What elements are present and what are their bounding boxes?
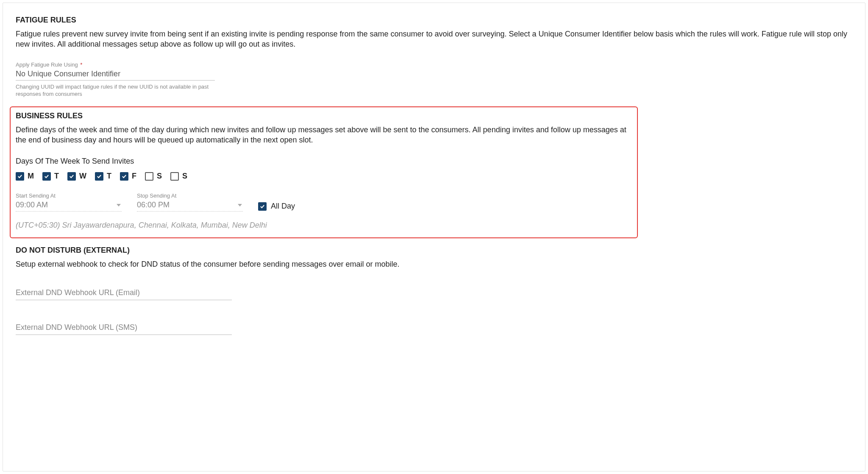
chevron-down-icon (238, 204, 242, 206)
dnd-section: DO NOT DISTURB (EXTERNAL) Setup external… (16, 246, 852, 335)
fatigue-rules-section: FATIGUE RULES Fatigue rules prevent new … (16, 16, 852, 98)
business-rules-highlight: BUSINESS RULES Define days of the week a… (10, 106, 638, 239)
day-wednesday-checkbox[interactable] (67, 172, 76, 181)
start-sending-value: 09:00 AM (16, 201, 48, 209)
day-sunday: S (170, 172, 187, 181)
all-day-checkbox[interactable] (258, 202, 267, 211)
all-day-toggle: All Day (258, 202, 295, 211)
all-day-label: All Day (271, 202, 295, 211)
day-tuesday-checkbox[interactable] (42, 172, 51, 181)
stop-sending-select[interactable]: 06:00 PM (137, 200, 243, 212)
day-thursday: T (95, 172, 111, 181)
business-rules-title: BUSINESS RULES (16, 112, 632, 120)
stop-sending-value: 06:00 PM (137, 201, 170, 209)
day-friday-label: F (132, 172, 136, 181)
day-saturday: S (145, 172, 162, 181)
dnd-email-input[interactable] (16, 287, 232, 300)
day-saturday-label: S (157, 172, 162, 181)
day-tuesday: T (42, 172, 59, 181)
time-row: Start Sending At 09:00 AM Stop Sending A… (16, 192, 632, 212)
day-tuesday-label: T (54, 172, 59, 181)
day-monday-checkbox[interactable] (16, 172, 24, 181)
business-rules-section: BUSINESS RULES Define days of the week a… (16, 112, 632, 230)
timezone-text: (UTC+05:30) Sri Jayawardenapura, Chennai… (16, 221, 632, 230)
dnd-sms-input[interactable] (16, 321, 232, 335)
chevron-down-icon (117, 204, 121, 206)
start-sending-label: Start Sending At (16, 192, 122, 199)
dnd-desc: Setup external webhook to check for DND … (16, 259, 852, 269)
start-sending-select[interactable]: 09:00 AM (16, 200, 122, 212)
stop-sending-label: Stop Sending At (137, 192, 243, 199)
days-of-week-label: Days Of The Week To Send Invites (16, 157, 632, 166)
business-rules-desc: Define days of the week and time of the … (16, 125, 632, 145)
start-sending-field: Start Sending At 09:00 AM (16, 192, 122, 212)
day-wednesday: W (67, 172, 86, 181)
dnd-title: DO NOT DISTURB (EXTERNAL) (16, 246, 852, 255)
apply-fatigue-label: Apply Fatigue Rule Using * (16, 61, 852, 68)
day-wednesday-label: W (79, 172, 86, 181)
day-monday-label: M (28, 172, 34, 181)
day-thursday-label: T (107, 172, 111, 181)
apply-fatigue-input[interactable] (16, 69, 215, 81)
settings-panel: FATIGUE RULES Fatigue rules prevent new … (3, 3, 865, 471)
apply-fatigue-field: Apply Fatigue Rule Using * Changing UUID… (16, 61, 852, 98)
apply-fatigue-label-text: Apply Fatigue Rule Using (16, 61, 78, 68)
day-sunday-checkbox[interactable] (170, 172, 179, 181)
day-saturday-checkbox[interactable] (145, 172, 153, 181)
dnd-email-field (16, 287, 852, 300)
fatigue-rules-title: FATIGUE RULES (16, 16, 852, 25)
stop-sending-field: Stop Sending At 06:00 PM (137, 192, 243, 212)
apply-fatigue-helper: Changing UUID will impact fatigue rules … (16, 83, 215, 98)
day-thursday-checkbox[interactable] (95, 172, 103, 181)
day-friday: F (120, 172, 136, 181)
required-asterisk: * (80, 61, 82, 68)
day-friday-checkbox[interactable] (120, 172, 128, 181)
day-sunday-label: S (182, 172, 187, 181)
day-monday: M (16, 172, 34, 181)
fatigue-rules-desc: Fatigue rules prevent new survey invite … (16, 29, 852, 50)
dnd-sms-field (16, 321, 852, 335)
days-of-week-row: M T W T (16, 172, 632, 181)
